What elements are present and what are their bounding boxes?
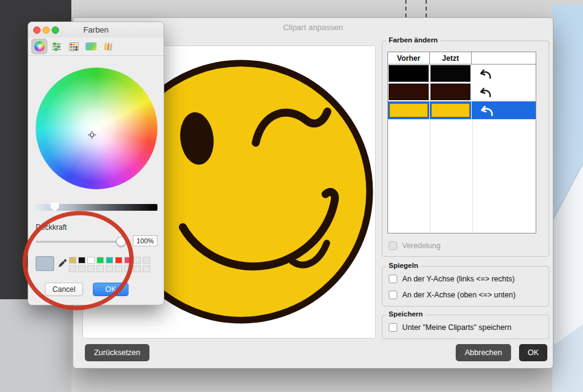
color-swatch[interactable] (78, 257, 85, 264)
veredelung-label: Veredelung (402, 241, 440, 250)
mirror-x-axis-label: An der X-Achse (oben <=> unten) (402, 291, 515, 299)
background-photo-edge (552, 5, 583, 392)
color-swatch[interactable] (69, 257, 76, 264)
panel-ok-button[interactable]: OK (93, 283, 129, 296)
undo-row-color-button[interactable] (472, 65, 536, 82)
undo-arrow-icon (476, 104, 494, 117)
mirror-x-axis-checkbox[interactable] (389, 291, 397, 299)
color-swatch[interactable] (87, 257, 95, 264)
image-palettes-icon (85, 42, 97, 50)
color-sliders-tab[interactable] (49, 39, 65, 54)
crosshair-icon[interactable] (88, 130, 96, 138)
panel-titlebar[interactable]: Farben (28, 22, 164, 37)
pencils-tab[interactable] (100, 39, 116, 54)
after-color-cell[interactable] (430, 65, 472, 82)
color-sliders-icon (51, 42, 62, 52)
dashed-guide-line (426, 0, 427, 17)
mirror-y-axis-checkbox[interactable] (389, 275, 397, 283)
save-group: Speichern Unter "Meine Cliparts" speiche… (382, 315, 549, 339)
group-label: Speichern (386, 310, 426, 318)
pencils-icon (103, 42, 114, 51)
opacity-label: Deckkraft (36, 223, 67, 232)
color-swatch (431, 103, 470, 117)
change-colors-group: Farben ändern Vorher Jetzt (382, 41, 549, 257)
color-wheel[interactable] (36, 68, 157, 189)
panel-cancel-button[interactable]: Cancel (45, 283, 83, 296)
opacity-value-field[interactable]: 100% (133, 235, 157, 246)
color-swatch[interactable] (133, 257, 141, 264)
color-swatch[interactable] (124, 265, 132, 272)
color-swatch[interactable] (106, 265, 113, 272)
before-color-cell[interactable] (388, 65, 430, 82)
reset-button[interactable]: Zurücksetzen (85, 344, 149, 361)
column-header-before: Vorher (388, 52, 430, 64)
undo-row-color-button[interactable] (472, 101, 536, 119)
image-palettes-tab[interactable] (83, 39, 99, 54)
dashed-guide-line (405, 0, 407, 17)
column-header-after: Jetzt (430, 52, 472, 64)
current-color-well[interactable] (36, 256, 54, 271)
undo-row-color-button[interactable] (472, 83, 536, 101)
ok-button[interactable]: OK (519, 344, 547, 361)
mirror-y-axis-label: An der Y-Achse (links <=> rechts) (402, 275, 515, 283)
color-swatch[interactable] (115, 257, 122, 264)
color-swatch[interactable] (124, 257, 132, 264)
table-row-selected[interactable] (388, 101, 536, 120)
table-header-row: Vorher Jetzt (388, 52, 536, 65)
table-row[interactable] (388, 65, 536, 83)
screen: Clipart anpassen Farben ändern Vorher Je… (0, 0, 583, 392)
color-swatch[interactable] (133, 265, 141, 272)
after-color-cell[interactable] (430, 101, 472, 119)
group-label: Spiegeln (386, 262, 421, 269)
eyedropper-icon[interactable] (58, 258, 68, 268)
color-swatch[interactable] (87, 265, 95, 272)
color-swatch (389, 103, 428, 117)
undo-arrow-icon (476, 68, 492, 80)
color-swatch[interactable] (97, 265, 104, 272)
color-swatch (389, 65, 429, 82)
color-swatch[interactable] (69, 265, 76, 272)
color-swatch[interactable] (106, 257, 113, 264)
color-swatch[interactable] (143, 257, 150, 264)
desktop-light-area (0, 299, 71, 392)
mirror-group: Spiegeln An der Y-Achse (links <=> recht… (382, 266, 549, 307)
panel-title: Farben (28, 25, 164, 34)
save-to-my-cliparts-label: Unter "Meine Cliparts" speichern (402, 323, 512, 332)
color-mode-toolbar (28, 37, 164, 56)
color-swatch (430, 84, 470, 100)
color-wheel-icon (34, 41, 45, 52)
color-swatch (389, 84, 429, 100)
color-palettes-tab[interactable] (66, 39, 82, 54)
before-color-cell[interactable] (388, 83, 430, 101)
veredelung-checkbox[interactable] (389, 241, 397, 250)
after-color-cell[interactable] (430, 83, 472, 101)
save-to-my-cliparts-checkbox[interactable] (389, 323, 397, 332)
column-header-actions (472, 52, 536, 64)
before-color-cell[interactable] (388, 101, 430, 119)
color-palettes-icon (69, 42, 79, 51)
color-swatch[interactable] (97, 257, 104, 264)
color-swatch[interactable] (143, 265, 150, 272)
group-label: Farben ändern (386, 36, 440, 44)
opacity-slider-thumb[interactable] (116, 237, 126, 246)
color-swatch[interactable] (115, 265, 122, 272)
cancel-button[interactable]: Abbrechen (456, 344, 511, 361)
color-swatch[interactable] (78, 265, 85, 272)
colors-panel-window: Farben (28, 22, 164, 305)
table-row[interactable] (388, 83, 536, 101)
color-mapping-table: Vorher Jetzt (387, 52, 536, 233)
color-wheel-tab[interactable] (31, 39, 47, 54)
opacity-slider[interactable] (36, 241, 129, 243)
color-swatch (430, 65, 470, 82)
undo-arrow-icon (476, 86, 492, 98)
